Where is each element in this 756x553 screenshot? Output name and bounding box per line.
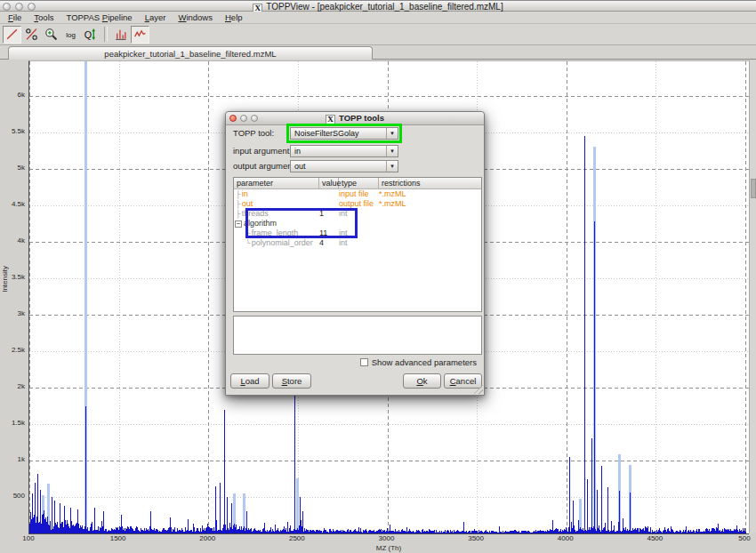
parameter-description-box <box>233 316 482 355</box>
y-tick-label: 500 <box>0 492 25 500</box>
toolbar-button-zoom-magnifier[interactable] <box>42 26 60 44</box>
param-name: polynomial_order <box>252 238 313 248</box>
toolbar-separator <box>104 27 108 42</box>
percentage-intensity-icon <box>25 28 38 41</box>
topp-tool-value: NoiseFilterSGolay <box>294 129 359 138</box>
reset-zoom-icon: Q <box>84 28 97 41</box>
restrictions-cell <box>379 209 481 219</box>
tree-collapse-icon[interactable]: − <box>235 220 242 228</box>
svg-text:log: log <box>66 31 76 39</box>
x-tick-label: 100 <box>15 534 42 542</box>
toolbar-button-raw-data-draw-mode[interactable] <box>131 26 149 44</box>
x-axis-title: MZ (Th) <box>362 544 415 552</box>
dropdown-arrow-icon: ▾ <box>386 161 398 172</box>
menu-item-file[interactable]: File <box>2 12 28 23</box>
toolbar: logQ <box>0 24 756 45</box>
output-argument-select[interactable]: out▾ <box>290 160 398 172</box>
dialog-title: TOPP tools <box>226 113 484 124</box>
scrollbar-thumb[interactable] <box>751 179 756 198</box>
ok-button[interactable]: Ok <box>403 373 441 389</box>
menu-item-layer[interactable]: Layer <box>139 12 173 23</box>
param-cell: └polynomial_order <box>234 238 319 248</box>
y-tick-label: 4k <box>0 236 25 244</box>
param-cell: ├in <box>234 189 319 199</box>
output-argument-row: output argument:out▾ <box>226 160 486 172</box>
column-header-value: value <box>319 178 339 188</box>
value-cell[interactable] <box>319 189 339 199</box>
x-tick-label: 2000 <box>194 534 221 542</box>
y-tick-label: 3.5k <box>0 273 25 281</box>
parameter-table: parametervaluetyperestrictions ├ininput … <box>233 177 482 312</box>
toppview-window: TOPPView - [peakpicker_tutorial_1_baseli… <box>0 0 756 553</box>
restrictions-cell: *.mzML <box>379 189 481 199</box>
show-advanced-checkbox[interactable] <box>360 358 368 366</box>
output-argument-label: output argument: <box>233 161 297 171</box>
log-scale-icon: log <box>64 28 77 41</box>
y-tick-label: 1.5k <box>0 419 25 427</box>
topp-tools-dialog: TOPP tools TOPP tool:NoiseFilterSGolay▾i… <box>225 111 485 396</box>
y-tick-label: 2k <box>0 382 25 390</box>
column-header-restrictions: restrictions <box>379 178 481 188</box>
column-header-type: type <box>339 178 379 188</box>
dropdown-arrow-icon: ▾ <box>386 128 398 139</box>
vertical-scrollbar[interactable] <box>749 60 756 533</box>
restrictions-cell <box>379 228 481 238</box>
dialog-title-bar[interactable]: TOPP tools <box>226 112 484 125</box>
tab-bar: peakpicker_tutorial_1_baseline_filtered.… <box>0 45 756 60</box>
x-tick-label: 3000 <box>374 534 400 542</box>
y-tick-label: 2.5k <box>0 346 25 354</box>
toolbar-button-peaks-draw-mode[interactable] <box>111 26 130 44</box>
x-tick-label: 500 <box>731 534 756 542</box>
menu-bar: FileToolsTOPPAS PipelineLayerWindowsHelp <box>0 12 756 24</box>
tab-spectrum-file[interactable]: peakpicker_tutorial_1_baseline_filtered.… <box>8 46 373 60</box>
x-tick-label: 3500 <box>462 534 489 542</box>
cancel-button[interactable]: Cancel <box>444 373 482 389</box>
dropdown-arrow-icon: ▾ <box>386 146 398 156</box>
value-cell[interactable]: 4 <box>319 238 339 248</box>
x-tick-label: 4000 <box>552 534 579 542</box>
zoom-magnifier-icon <box>44 28 58 41</box>
input-argument-select[interactable]: in▾ <box>290 145 398 157</box>
load-button[interactable]: Load <box>230 373 269 389</box>
y-tick-label: 4.5k <box>0 200 25 208</box>
svg-text:Q: Q <box>84 29 92 40</box>
topp-tool-label: TOPP tool: <box>233 128 274 138</box>
dialog-x11-icon <box>326 115 335 124</box>
tree-branch-icon: ├ <box>236 209 241 219</box>
param-name: in <box>242 189 248 199</box>
x-tick-label: 1500 <box>105 534 132 542</box>
toolbar-button-percentage-intensity[interactable] <box>22 26 41 44</box>
title-bar[interactable]: TOPPView - [peakpicker_tutorial_1_baseli… <box>0 0 756 12</box>
store-button[interactable]: Store <box>272 373 311 389</box>
restrictions-cell <box>379 238 481 248</box>
raw-data-draw-mode-icon <box>133 28 147 41</box>
menu-item-tools[interactable]: Tools <box>28 12 60 23</box>
output-argument-value: out <box>294 162 306 171</box>
toolbar-button-log-scale[interactable]: log <box>61 26 80 44</box>
column-header-parameter: parameter <box>234 178 319 188</box>
tree-branch-icon: ├ <box>236 189 241 199</box>
peaks-draw-mode-icon <box>114 28 127 41</box>
menu-item-help[interactable]: Help <box>219 12 249 23</box>
toolbar-button-linear-axis[interactable] <box>3 26 21 44</box>
toolbar-button-reset-zoom[interactable]: Q <box>81 26 100 44</box>
topp-tool-select[interactable]: NoiseFilterSGolay▾ <box>290 127 398 140</box>
y-tick-label: 5k <box>0 164 25 172</box>
input-argument-label: input argument: <box>233 146 292 156</box>
tree-branch-icon: ├ <box>236 199 241 209</box>
parameter-table-header: parametervaluetyperestrictions <box>234 178 481 189</box>
type-cell: int <box>339 238 379 248</box>
restrictions-cell <box>379 219 481 228</box>
menu-item-toppas-pipeline[interactable]: TOPPAS Pipeline <box>60 12 139 23</box>
y-tick-label: 6k <box>0 91 25 99</box>
menu-item-windows[interactable]: Windows <box>172 12 219 23</box>
y-tick-label: 1k <box>0 455 25 463</box>
table-row[interactable]: ├ininput file*.mzML <box>234 189 481 199</box>
y-tick-label: 3k <box>0 309 25 317</box>
advanced-parameters-row: Show advanced parameters <box>360 357 477 367</box>
x-tick-label: 4500 <box>641 534 668 542</box>
table-row[interactable]: └polynomial_order4int <box>234 238 481 248</box>
topp-tool-row: TOPP tool:NoiseFilterSGolay▾ <box>226 127 486 140</box>
input-argument-row: input argument:in▾ <box>226 145 486 157</box>
tree-branch-icon: └ <box>245 238 251 248</box>
